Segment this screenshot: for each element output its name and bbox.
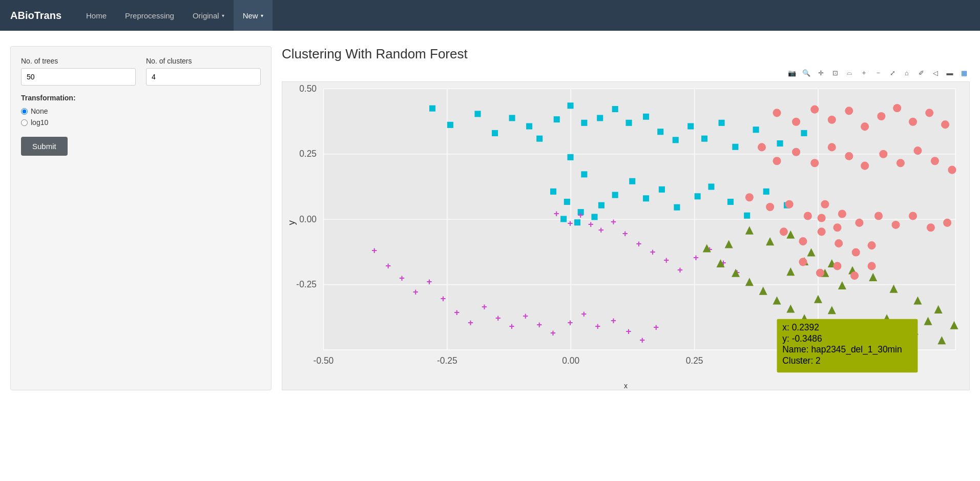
svg-text:+: + — [427, 276, 432, 287]
svg-point-164 — [909, 212, 917, 220]
caret-icon: ▾ — [261, 13, 263, 18]
navbar: ABioTrans Home Preprocessing Original ▾ … — [0, 0, 980, 31]
right-panel: Clustering With Random Forest 📷 🔍 ✛ ⊡ ⌓ … — [282, 46, 970, 390]
svg-point-170 — [835, 239, 843, 247]
pan-icon[interactable]: ✛ — [815, 67, 826, 78]
svg-point-179 — [868, 262, 876, 270]
svg-text:+: + — [568, 218, 573, 228]
svg-text:+: + — [568, 317, 573, 328]
svg-rect-38 — [687, 123, 694, 129]
svg-text:0.00: 0.00 — [562, 355, 579, 366]
svg-rect-33 — [612, 106, 618, 112]
clusters-label: No. of clusters — [146, 57, 261, 65]
hover-closest-icon[interactable]: ◁ — [930, 67, 941, 78]
select-icon[interactable]: ⊡ — [829, 67, 841, 78]
svg-point-150 — [879, 150, 887, 158]
svg-point-135 — [828, 116, 836, 124]
svg-rect-57 — [708, 183, 714, 190]
svg-text:+: + — [554, 208, 559, 219]
svg-point-143 — [758, 143, 766, 151]
svg-point-178 — [850, 271, 859, 280]
svg-text:+: + — [650, 246, 655, 257]
svg-point-155 — [745, 193, 754, 201]
nav-home[interactable]: Home — [77, 0, 116, 31]
svg-text:+: + — [413, 286, 419, 297]
svg-rect-27 — [526, 123, 532, 129]
svg-point-159 — [821, 200, 829, 208]
autoscale-icon[interactable]: ⤢ — [887, 67, 898, 78]
svg-rect-34 — [626, 120, 632, 126]
transformation-label: Transformation: — [21, 94, 261, 102]
svg-point-137 — [861, 122, 869, 131]
svg-point-140 — [909, 118, 917, 126]
trees-group: No. of trees — [21, 57, 136, 86]
svg-rect-51 — [612, 192, 618, 198]
svg-text:+: + — [578, 210, 583, 220]
svg-text:+: + — [611, 315, 616, 326]
radio-none-label[interactable]: None — [21, 107, 261, 115]
svg-point-172 — [868, 241, 876, 249]
submit-button[interactable]: Submit — [21, 137, 68, 156]
nav-preprocessing[interactable]: Preprocessing — [116, 0, 183, 31]
svg-point-157 — [785, 200, 794, 208]
zoom-out-icon[interactable]: － — [872, 67, 884, 78]
chart-container: 0.50 0.25 0.00 -0.25 y -0.50 -0.25 0.00 … — [282, 81, 970, 390]
radio-log10[interactable] — [21, 119, 28, 126]
svg-point-166 — [943, 219, 951, 227]
svg-point-139 — [893, 104, 901, 112]
svg-point-162 — [874, 212, 883, 220]
svg-text:+: + — [399, 273, 405, 283]
svg-rect-53 — [643, 195, 649, 201]
svg-rect-59 — [744, 213, 750, 219]
svg-rect-58 — [727, 199, 734, 205]
svg-rect-35 — [643, 114, 649, 120]
svg-rect-40 — [719, 120, 725, 126]
svg-point-144 — [773, 157, 781, 165]
svg-point-148 — [845, 152, 853, 160]
svg-point-154 — [948, 166, 956, 174]
svg-text:+: + — [677, 264, 683, 275]
svg-text:+: + — [663, 255, 669, 265]
spike-icon[interactable]: ✐ — [915, 67, 927, 78]
svg-rect-31 — [581, 120, 587, 126]
svg-point-132 — [773, 109, 781, 117]
svg-rect-50 — [598, 202, 604, 208]
svg-text:+: + — [509, 321, 515, 331]
nav-new[interactable]: New ▾ — [234, 0, 273, 31]
svg-text:+: + — [581, 308, 587, 319]
svg-rect-29 — [554, 116, 560, 122]
zoom-in-icon[interactable]: ＋ — [858, 67, 869, 78]
svg-point-176 — [816, 269, 824, 277]
svg-point-177 — [833, 262, 841, 270]
svg-rect-37 — [673, 137, 679, 143]
svg-text:+: + — [536, 319, 542, 330]
chart-svg: 0.50 0.25 0.00 -0.25 y -0.50 -0.25 0.00 … — [282, 82, 969, 378]
radio-log10-label[interactable]: log10 — [21, 118, 261, 127]
svg-point-141 — [925, 109, 933, 117]
camera-icon[interactable]: 📷 — [786, 67, 798, 78]
clusters-input[interactable] — [146, 68, 261, 86]
lasso-icon[interactable]: ⌓ — [844, 67, 855, 78]
svg-text:+: + — [550, 327, 556, 338]
zoom-icon[interactable]: 🔍 — [801, 67, 812, 78]
svg-point-152 — [913, 147, 922, 155]
chart-type-icon[interactable]: ▦ — [958, 67, 970, 78]
svg-rect-43 — [777, 140, 783, 147]
nav-original[interactable]: Original ▾ — [183, 0, 234, 31]
radio-group: None log10 — [21, 107, 261, 127]
svg-rect-56 — [695, 193, 701, 199]
svg-text:-0.50: -0.50 — [314, 355, 334, 366]
svg-point-138 — [877, 112, 885, 120]
hover-compare-icon[interactable]: ▬ — [944, 67, 955, 78]
radio-none[interactable] — [21, 108, 28, 115]
chart-title: Clustering With Random Forest — [282, 46, 970, 62]
svg-text:+: + — [495, 312, 501, 323]
svg-point-133 — [792, 118, 800, 126]
svg-text:+: + — [595, 321, 600, 331]
x-axis-label: x — [282, 382, 969, 390]
trees-input[interactable] — [21, 68, 136, 86]
svg-rect-32 — [597, 115, 603, 121]
svg-rect-24 — [474, 111, 481, 117]
svg-rect-23 — [447, 122, 453, 128]
reset-icon[interactable]: ⌂ — [901, 67, 912, 78]
